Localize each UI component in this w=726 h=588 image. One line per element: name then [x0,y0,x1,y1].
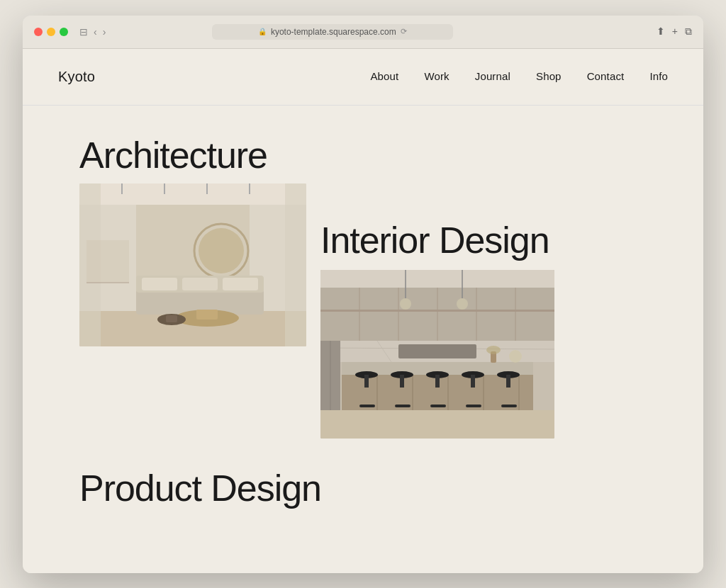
forward-icon[interactable]: › [103,26,106,38]
svg-rect-57 [471,375,475,388]
svg-point-37 [400,298,411,310]
svg-rect-1 [79,183,306,205]
minimize-button[interactable] [47,28,55,36]
svg-rect-10 [223,278,258,290]
close-button[interactable] [34,28,43,36]
nav-item-contact[interactable]: Contact [587,70,625,83]
portfolio-item-interior[interactable]: Interior Design [320,219,647,439]
site-main: Architecture [23,106,703,573]
nav-link-journal[interactable]: Journal [475,70,510,82]
architecture-image [79,183,306,346]
nav-item-info[interactable]: Info [649,70,668,83]
svg-point-39 [457,298,468,310]
portfolio-item-architecture[interactable]: Architecture [79,134,306,346]
traffic-lights [34,28,68,36]
svg-rect-51 [400,375,404,388]
site-logo[interactable]: Kyoto [58,69,95,85]
svg-rect-55 [430,405,446,407]
nav-item-journal[interactable]: Journal [475,70,510,83]
sidebar-toggle-icon[interactable]: ⊟ [79,26,88,38]
svg-rect-12 [196,310,218,320]
nav-item-shop[interactable]: Shop [536,70,562,83]
svg-point-5 [199,228,244,273]
nav-link-info[interactable]: Info [649,70,668,82]
portfolio-grid: Architecture [79,134,647,531]
nav-item-work[interactable]: Work [424,70,449,83]
svg-rect-58 [466,405,481,407]
interior-design-image [320,270,554,439]
tab-overview-icon[interactable]: ⧉ [685,26,692,38]
svg-rect-8 [142,278,177,290]
reload-icon[interactable]: ⟳ [401,27,407,36]
svg-rect-48 [364,375,369,388]
share-icon[interactable]: ⬆ [657,26,665,38]
site-nav: Kyoto About Work Journal Shop Contact [23,49,703,106]
nav-link-shop[interactable]: Shop [536,70,562,82]
address-bar[interactable]: 🔒 kyoto-template.squarespace.com ⟳ [212,24,453,40]
svg-rect-49 [359,405,375,407]
nav-links: About Work Journal Shop Contact Info [370,70,668,83]
svg-rect-61 [501,405,517,407]
svg-rect-60 [506,375,510,388]
browser-window: ⊟ ‹ › 🔒 kyoto-template.squarespace.com ⟳… [23,16,703,573]
browser-controls: ⊟ ‹ › [79,26,106,38]
svg-rect-31 [320,310,554,312]
svg-rect-62 [320,410,554,439]
svg-rect-14 [166,315,177,322]
lock-icon: 🔒 [258,28,267,35]
svg-rect-52 [395,405,411,407]
svg-point-64 [486,346,501,354]
nav-link-work[interactable]: Work [424,70,449,82]
portfolio-item-product[interactable]: Product Design [79,467,321,509]
svg-rect-24 [320,270,554,288]
product-design-title: Product Design [79,467,321,509]
url-text: kyoto-template.squarespace.com [271,27,396,37]
new-tab-icon[interactable]: + [672,26,678,38]
svg-rect-16 [285,183,306,346]
svg-rect-9 [182,278,218,290]
back-icon[interactable]: ‹ [94,26,97,38]
nav-item-about[interactable]: About [370,70,398,83]
site-content: Kyoto About Work Journal Shop Contact [23,49,703,573]
architecture-title: Architecture [79,134,306,176]
nav-link-about[interactable]: About [370,70,398,82]
browser-actions: ⬆ + ⧉ [657,26,692,38]
svg-rect-35 [398,344,476,358]
interior-design-title: Interior Design [320,219,647,261]
nav-link-contact[interactable]: Contact [587,70,625,82]
svg-rect-54 [435,375,440,388]
browser-chrome: ⊟ ‹ › 🔒 kyoto-template.squarespace.com ⟳… [23,16,703,49]
svg-rect-21 [86,240,129,283]
svg-point-65 [509,350,522,363]
fullscreen-button[interactable] [60,28,68,36]
